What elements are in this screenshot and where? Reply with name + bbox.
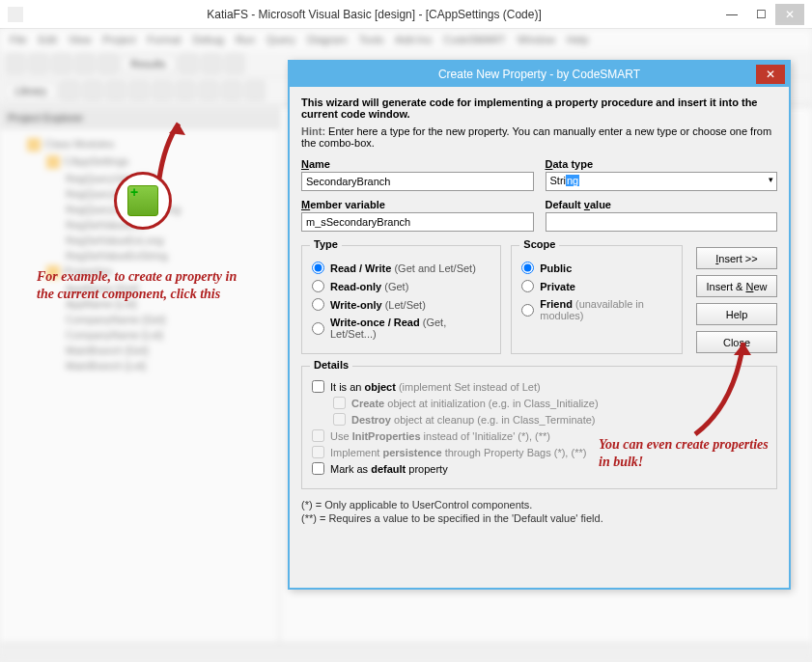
name-label: Name: [301, 158, 534, 170]
check-destroy-object: Destroy object at cleanup (e.g. in Class…: [333, 413, 767, 426]
close-button[interactable]: ✕: [775, 4, 804, 25]
footnote-2: (**) = Requires a value to be specified …: [301, 512, 777, 524]
check-is-object[interactable]: It is an object (implement Set instead o…: [312, 380, 767, 393]
insert-button[interactable]: Insert >>: [696, 247, 777, 269]
footnotes: (*) = Only applicable to UserControl com…: [301, 499, 777, 524]
minimize-button[interactable]: —: [717, 4, 746, 25]
type-read-only[interactable]: Read-only (Get): [312, 280, 490, 292]
scope-public[interactable]: Public: [521, 262, 672, 274]
maximize-button[interactable]: ☐: [746, 4, 775, 25]
annotation-right: You can even create properties in bulk!: [599, 436, 772, 471]
member-label: Member variable: [301, 199, 534, 210]
default-input[interactable]: [546, 212, 778, 232]
datatype-combo[interactable]: String: [546, 172, 778, 191]
insert-new-button[interactable]: Insert & New: [696, 275, 777, 297]
datatype-label: Data type: [546, 158, 778, 170]
annotation-left: For example, to create a property in the…: [37, 268, 249, 303]
main-titlebar: KatiaFS - Microsoft Visual Basic [design…: [0, 0, 812, 29]
member-input[interactable]: [301, 212, 534, 232]
type-write-once-read[interactable]: Write-once / Read (Get, Let/Set...): [312, 317, 490, 340]
app-icon: [8, 7, 23, 22]
scope-group-title: Scope: [519, 238, 559, 250]
callout-icon-circle: [114, 172, 172, 230]
default-label: Default value: [546, 199, 778, 210]
type-groupbox: Type Read / Write (Get and Let/Set) Read…: [301, 245, 501, 354]
footnote-1: (*) = Only applicable to UserControl com…: [301, 499, 777, 510]
type-read-write[interactable]: Read / Write (Get and Let/Set): [312, 262, 490, 274]
type-group-title: Type: [310, 238, 342, 250]
dialog-titlebar[interactable]: Create New Property - by CodeSMART ✕: [290, 62, 789, 87]
scope-friend[interactable]: Friend (unavailable in modules): [521, 298, 672, 321]
help-button[interactable]: Help: [696, 303, 777, 325]
scope-private[interactable]: Private: [521, 280, 672, 292]
create-property-dialog: Create New Property - by CodeSMART ✕ Thi…: [288, 60, 791, 590]
scope-groupbox: Scope Public Private Friend (unavailable…: [511, 245, 683, 354]
dialog-hint: Hint: Enter here a type for the new prop…: [301, 125, 777, 149]
type-write-only[interactable]: Write-only (Let/Set): [312, 298, 490, 311]
name-input[interactable]: [301, 172, 534, 191]
dialog-intro: This wizard will generate code for imple…: [301, 97, 777, 120]
window-title: KatiaFS - Microsoft Visual Basic [design…: [31, 8, 717, 21]
check-create-object: Create object at initialization (e.g. in…: [333, 397, 767, 409]
create-property-icon: [127, 185, 158, 216]
details-title: Details: [310, 359, 352, 371]
close-dialog-button[interactable]: Close: [696, 331, 777, 353]
dialog-title: Create New Property - by CodeSMART: [438, 68, 640, 81]
dialog-close-button[interactable]: ✕: [756, 65, 785, 84]
